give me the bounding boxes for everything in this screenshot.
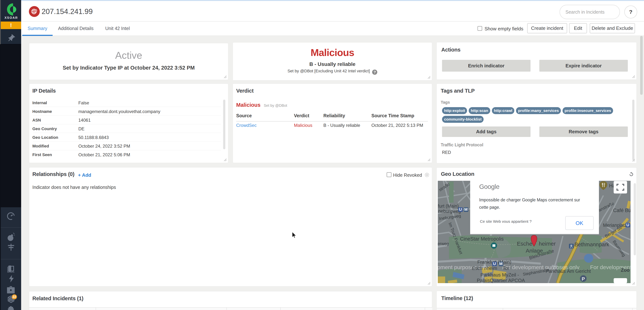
svg-text:Bethmannpark: Bethmannpark [574,241,609,247]
svg-text:Zoo: Zoo [621,267,630,273]
svg-text:Merianplatz: Merianplatz [603,223,627,228]
svg-text:neburgweg: neburgweg [438,209,461,214]
svg-text:CineStar Metropolis: CineStar Metropolis [460,236,504,242]
svg-text:Esch: Esch [472,265,482,271]
svg-text:U: U [493,261,496,266]
svg-text:M: M [464,207,468,212]
svg-text:Ce site Web vous appartient ?: Ce site Web vous appartient ? [480,219,532,223]
svg-text:erweg: erweg [438,241,449,246]
svg-text:Parkhaus Am Gericht: Parkhaus Am Gericht [546,268,591,274]
svg-text:Esche: Esche [517,241,532,247]
svg-text:Tor: Tor [502,265,509,271]
svg-text:Google: Google [479,183,500,190]
svg-text:OK: OK [576,220,584,226]
svg-text:Impossible de charger Google M: Impossible de charger Google Maps correc… [479,197,580,202]
svg-text:PalaisQuartier APCOA: PalaisQuartier APCOA [477,278,525,283]
svg-text:P: P [582,276,585,282]
svg-text:M: M [499,261,502,266]
svg-text:U: U [459,207,462,212]
svg-text:cette page.: cette page. [479,205,500,210]
svg-text:nheim: nheim [484,265,497,271]
svg-text:Café Bu: Café Bu [613,208,630,213]
svg-text:furt (Main): furt (Main) [438,203,459,209]
svg-text:U: U [626,223,629,227]
svg-text:XSOAR: XSOAR [4,16,18,20]
svg-text:Parkhaus MyZeil -: Parkhaus MyZeil - [480,272,519,278]
svg-text:heimer: heimer [539,241,556,247]
